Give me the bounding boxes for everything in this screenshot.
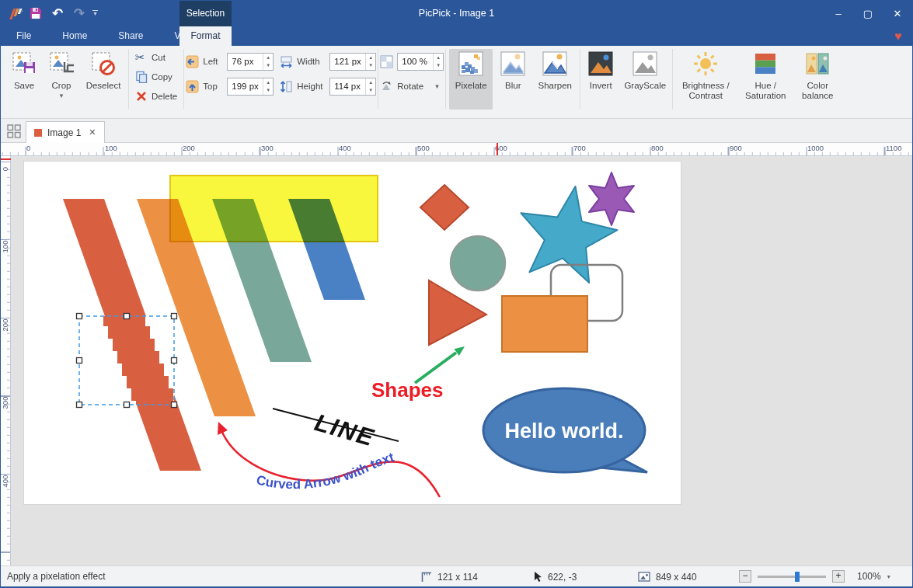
- zoom-in-button[interactable]: +: [832, 570, 845, 583]
- tab-thumbnail-icon: [34, 129, 42, 137]
- maximize-button[interactable]: ▢: [853, 1, 883, 26]
- blur-icon: [500, 51, 525, 76]
- statusbar: Apply a pixelation effect 121 x 114 622,…: [1, 565, 912, 588]
- tab-image-1[interactable]: Image 1 ✕: [26, 121, 105, 143]
- height-spin-down[interactable]: ▼: [366, 86, 375, 95]
- cut-button[interactable]: ✂ Cut: [131, 49, 182, 66]
- hruler-label: 100: [105, 144, 117, 152]
- horizontal-ruler[interactable]: 0 100 200 300 400 500 600 700 800 900 10…: [1, 143, 912, 156]
- top-spin-down[interactable]: ▼: [263, 86, 273, 95]
- vruler-label: 200: [1, 310, 9, 341]
- hruler-label: 0: [26, 144, 30, 152]
- svg-text:✂: ✂: [135, 51, 145, 64]
- save-button[interactable]: Save: [7, 49, 41, 110]
- tab-label: Image 1: [47, 127, 81, 138]
- minimize-button[interactable]: –: [824, 1, 853, 26]
- menu-format-active[interactable]: Format: [179, 26, 232, 46]
- top-input[interactable]: 199 px ▲▼: [227, 78, 274, 96]
- effects-filter-group: Pixelate Blur Sharpen: [448, 46, 578, 118]
- width-spin-down[interactable]: ▼: [366, 61, 375, 70]
- image-size-icon: [638, 571, 650, 583]
- titlebar: ↶ ↷ ▾ PicPick - Image 1 Selection – ▢ ✕: [1, 1, 912, 26]
- left-label: Left: [203, 57, 223, 66]
- transform-group: 100 % ▲▼ Rotate ▾: [380, 46, 444, 118]
- color-balance-button[interactable]: Color balance: [796, 49, 839, 110]
- deselect-button[interactable]: Deselect: [82, 49, 125, 110]
- hue-saturation-button[interactable]: Hue / Saturation: [738, 49, 793, 110]
- vruler-label: 100: [1, 231, 9, 263]
- position-group-left-top: Left 76 px ▲▼ Top 199 px ▲▼: [186, 46, 274, 118]
- hruler-label: 400: [339, 144, 351, 152]
- sharpen-button[interactable]: Sharpen: [533, 49, 577, 110]
- shapes-label: Shapes: [371, 378, 444, 402]
- scale-input[interactable]: 100 % ▲▼: [397, 53, 444, 71]
- top-label: Top: [203, 82, 223, 91]
- rotate-dropdown-caret[interactable]: ▾: [435, 82, 439, 90]
- menu-file[interactable]: File: [1, 26, 47, 46]
- copy-icon: [135, 71, 148, 83]
- zoom-slider-thumb[interactable]: [795, 572, 800, 582]
- left-spin-down[interactable]: ▼: [263, 61, 273, 70]
- width-spin-up[interactable]: ▲: [366, 54, 375, 62]
- bubble-text: Hello world.: [504, 419, 623, 443]
- ribbon: Save Crop ▾ Deselect: [1, 46, 912, 119]
- window-title: PicPick - Image 1: [1, 1, 912, 26]
- top-spin-up[interactable]: ▲: [263, 78, 273, 87]
- blur-button[interactable]: Blur: [496, 49, 530, 110]
- zoom-slider[interactable]: [758, 576, 826, 578]
- status-message: Apply a pixelation effect: [7, 571, 106, 582]
- invert-icon: [588, 51, 613, 76]
- contextual-tab-selection: Selection: [179, 1, 232, 26]
- menu-home[interactable]: Home: [47, 26, 103, 46]
- rotate-button[interactable]: Rotate ▾: [380, 77, 444, 96]
- delete-icon: [135, 90, 148, 103]
- hruler-label: 1000: [807, 144, 824, 152]
- close-button[interactable]: ✕: [883, 1, 912, 26]
- delete-button[interactable]: Delete: [131, 88, 182, 105]
- copy-button[interactable]: Copy: [131, 68, 182, 85]
- zoom-dropdown-caret[interactable]: ▾: [887, 573, 890, 580]
- image-canvas[interactable]: Shapes LINE Curved Arrow with text Hello…: [24, 162, 681, 504]
- grayscale-button[interactable]: GrayScale: [621, 49, 669, 110]
- zoom-out-button[interactable]: −: [739, 570, 751, 583]
- clipboard-group: ✂ Cut Copy Delete: [131, 46, 182, 118]
- pixelated-region: [79, 314, 178, 407]
- tab-list-grid-icon[interactable]: [6, 124, 22, 139]
- vruler-label: 400: [1, 466, 9, 497]
- ruler-cursor-marker-y: [1, 158, 11, 160]
- height-input[interactable]: 114 px ▲▼: [329, 78, 376, 96]
- brightness-icon: [693, 51, 718, 76]
- size-group: Width 121 px ▲▼ Height 114 px ▲▼: [280, 46, 376, 118]
- invert-button[interactable]: Invert: [584, 49, 618, 110]
- brightness-contrast-button[interactable]: Brightness / Contrast: [676, 49, 735, 110]
- heart-icon[interactable]: ♥: [890, 29, 906, 44]
- hruler-label: 300: [261, 144, 274, 152]
- scale-spin-down[interactable]: ▼: [434, 61, 443, 70]
- orange-rectangle-shape: [502, 296, 587, 352]
- pixelate-button[interactable]: Pixelate: [449, 49, 493, 110]
- height-icon: [280, 80, 293, 93]
- vertical-ruler[interactable]: 0 100 200 300 400: [1, 156, 11, 565]
- width-input[interactable]: 121 px ▲▼: [329, 53, 376, 71]
- tab-close-icon[interactable]: ✕: [89, 127, 96, 137]
- height-spin-up[interactable]: ▲: [366, 78, 375, 87]
- ruler-cursor-marker-x: [497, 143, 498, 155]
- left-input[interactable]: 76 px ▲▼: [227, 53, 274, 71]
- yellow-rectangle: [170, 176, 378, 242]
- left-spin-up[interactable]: ▲: [263, 54, 273, 62]
- ribbon-separator: [128, 49, 129, 109]
- zoom-level[interactable]: 100% ▾: [857, 571, 890, 582]
- sharpen-icon: [542, 51, 567, 76]
- hruler-label: 700: [573, 144, 586, 152]
- crop-button[interactable]: Crop ▾: [44, 49, 78, 110]
- menu-share[interactable]: Share: [103, 26, 159, 46]
- scale-spin-up[interactable]: ▲: [434, 54, 443, 62]
- crop-dropdown-caret[interactable]: ▾: [60, 92, 64, 99]
- curved-arrow-label: Curved Arrow with text: [255, 450, 396, 492]
- vruler-label: 300: [1, 388, 9, 419]
- hruler-label: 500: [417, 144, 430, 152]
- selection-group: Save Crop ▾ Deselect: [1, 46, 127, 118]
- hruler-label: 900: [730, 144, 742, 152]
- width-icon: [280, 55, 293, 68]
- menubar: File Home Share View Format ♥: [1, 26, 912, 46]
